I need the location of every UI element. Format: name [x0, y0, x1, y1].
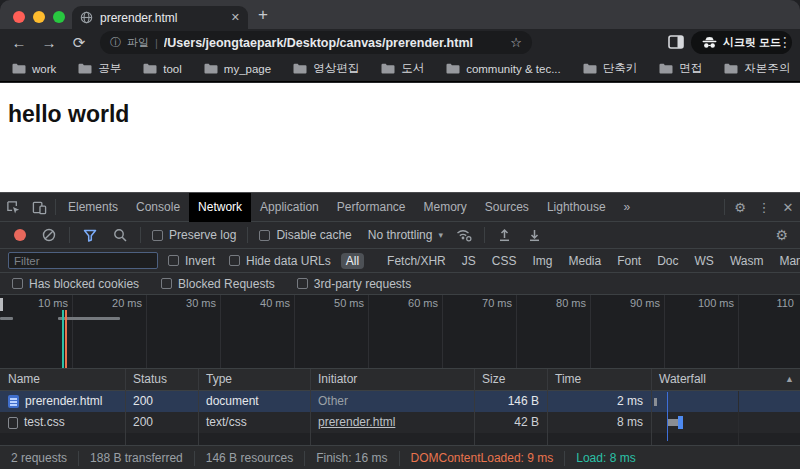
- browser-tab[interactable]: prerender.html ✕: [72, 6, 248, 29]
- filter-pill-fetch-xhr[interactable]: Fetch/XHR: [382, 253, 451, 269]
- devtools-tabs-overflow-icon[interactable]: »: [615, 193, 640, 222]
- window-minimize-button[interactable]: [33, 11, 45, 23]
- column-header-time[interactable]: Time: [547, 369, 581, 390]
- browser-menu-icon[interactable]: ⋮: [778, 34, 792, 50]
- devtools-tab-performance[interactable]: Performance: [328, 193, 415, 222]
- filter-pill-wasm[interactable]: Wasm: [725, 253, 769, 269]
- column-header-size[interactable]: Size: [474, 369, 505, 390]
- bookmark-folder-video-edit[interactable]: 영상편집: [293, 61, 359, 76]
- checkbox-icon: [259, 230, 270, 241]
- network-conditions-icon[interactable]: [451, 228, 477, 242]
- bookmark-folder-tool[interactable]: tool: [143, 63, 182, 75]
- devtools-tab-elements[interactable]: Elements: [59, 193, 127, 222]
- timeline-tick-label: 50 ms: [304, 297, 364, 309]
- third-party-requests-checkbox[interactable]: 3rd-party requests: [293, 277, 415, 291]
- initiator-link[interactable]: prerender.html: [310, 412, 474, 433]
- requests-count: 2 requests: [0, 451, 79, 466]
- search-icon[interactable]: [107, 228, 133, 242]
- timeline-tick-label: 80 ms: [526, 297, 586, 309]
- url-divider: |: [155, 37, 158, 49]
- network-overview-timeline[interactable]: 10 ms 20 ms 30 ms 40 ms 50 ms 60 ms 70 m…: [0, 295, 800, 369]
- column-divider[interactable]: [198, 369, 199, 445]
- preserve-log-checkbox[interactable]: Preserve log: [148, 228, 240, 242]
- clear-network-log-icon[interactable]: [36, 228, 62, 242]
- info-icon[interactable]: ⓘ: [110, 35, 121, 50]
- window-close-button[interactable]: [13, 11, 25, 23]
- filter-pill-ws[interactable]: WS: [690, 253, 719, 269]
- device-toolbar-icon[interactable]: [26, 200, 52, 215]
- hide-data-urls-checkbox[interactable]: Hide data URLs: [225, 254, 335, 268]
- type-cell: document: [198, 391, 310, 412]
- transferred-size: 188 B transferred: [79, 451, 195, 466]
- bookmark-folder-community[interactable]: community & tec...: [446, 63, 561, 75]
- network-settings-gear-icon[interactable]: ⚙: [775, 227, 792, 243]
- has-blocked-cookies-checkbox[interactable]: Has blocked cookies: [8, 277, 143, 291]
- forward-icon[interactable]: →: [34, 34, 64, 51]
- devtools-tab-console[interactable]: Console: [127, 193, 189, 222]
- record-network-log-button[interactable]: [14, 229, 26, 241]
- column-divider[interactable]: [651, 369, 652, 445]
- bookmark-folder-books[interactable]: 도서: [381, 61, 424, 76]
- devtools-tab-application[interactable]: Application: [251, 193, 328, 222]
- bookmark-folder-capitalism[interactable]: 자본주의: [724, 61, 790, 76]
- devtools-settings-gear-icon[interactable]: ⚙: [728, 200, 752, 215]
- divider: [724, 199, 725, 215]
- reload-icon[interactable]: ⟳: [64, 34, 94, 52]
- column-header-name[interactable]: Name: [0, 369, 40, 390]
- column-header-type[interactable]: Type: [198, 369, 232, 390]
- url-text[interactable]: /Users/jeongtaepark/Desktop/canvas/prere…: [164, 36, 504, 50]
- omnibox[interactable]: ⓘ 파일 | /Users/jeongtaepark/Desktop/canva…: [100, 31, 532, 54]
- filter-pill-media[interactable]: Media: [563, 253, 606, 269]
- column-header-initiator[interactable]: Initiator: [310, 369, 357, 390]
- filter-pill-font[interactable]: Font: [612, 253, 646, 269]
- filter-pill-img[interactable]: Img: [527, 253, 557, 269]
- blocked-requests-checkbox[interactable]: Blocked Requests: [157, 277, 279, 291]
- url-scheme-label: 파일: [127, 35, 149, 50]
- waterfall-gridline: [738, 391, 739, 445]
- new-tab-button[interactable]: +: [258, 3, 268, 26]
- bookmark-folder-interview[interactable]: 면접: [659, 61, 702, 76]
- back-icon[interactable]: ←: [4, 34, 34, 51]
- devtools-tab-memory[interactable]: Memory: [415, 193, 476, 222]
- column-header-status[interactable]: Status: [125, 369, 167, 390]
- bookmark-folder-shortcuts[interactable]: 단축키: [583, 61, 638, 76]
- devtools-tab-lighthouse[interactable]: Lighthouse: [538, 193, 615, 222]
- sort-ascending-icon[interactable]: ▲: [785, 369, 794, 390]
- window-zoom-button[interactable]: [53, 11, 65, 23]
- tab-strip: prerender.html ✕ +: [0, 0, 800, 29]
- invert-checkbox[interactable]: Invert: [164, 254, 219, 268]
- column-header-waterfall[interactable]: Waterfall: [651, 369, 706, 390]
- filter-funnel-icon[interactable]: [77, 229, 103, 242]
- filter-pill-css[interactable]: CSS: [487, 253, 522, 269]
- bookmark-folder-study[interactable]: 공부: [78, 61, 121, 76]
- filter-pill-doc[interactable]: Doc: [652, 253, 683, 269]
- filter-pill-all[interactable]: All: [341, 253, 364, 269]
- filter-pill-js[interactable]: JS: [457, 253, 481, 269]
- export-har-icon[interactable]: [522, 228, 548, 242]
- column-divider[interactable]: [125, 369, 126, 445]
- column-divider[interactable]: [547, 369, 548, 445]
- table-row-testcss[interactable]: test.css 200 text/css prerender.html 42 …: [0, 412, 800, 433]
- filter-pill-manifest[interactable]: Manifest: [774, 253, 800, 269]
- column-divider[interactable]: [474, 369, 475, 445]
- type-cell: text/css: [198, 412, 310, 433]
- tab-close-icon[interactable]: ✕: [231, 11, 240, 24]
- table-row-prerender[interactable]: prerender.html 200 document Other 146 B …: [0, 391, 800, 412]
- devtools-more-icon[interactable]: ⋮: [752, 200, 776, 215]
- bookmark-folder-work[interactable]: work: [12, 63, 56, 75]
- side-panel-icon[interactable]: [668, 35, 684, 49]
- column-divider[interactable]: [310, 369, 311, 445]
- devtools-tab-bar: Elements Console Network Application Per…: [0, 193, 800, 222]
- devtools-tab-sources[interactable]: Sources: [476, 193, 538, 222]
- bookmark-star-icon[interactable]: ☆: [510, 35, 522, 50]
- devtools-close-icon[interactable]: ✕: [776, 200, 800, 215]
- disable-cache-checkbox[interactable]: Disable cache: [255, 228, 355, 242]
- filter-input[interactable]: [8, 252, 158, 269]
- import-har-icon[interactable]: [492, 228, 518, 242]
- timeline-tick-label: 110: [738, 297, 794, 309]
- bookmark-folder-mypage[interactable]: my_page: [204, 63, 271, 75]
- devtools-tab-network[interactable]: Network: [189, 193, 251, 222]
- throttling-select[interactable]: No throttling: [360, 228, 435, 242]
- incognito-badge[interactable]: 시크릿 모드: [691, 31, 792, 54]
- inspect-element-icon[interactable]: [0, 200, 26, 215]
